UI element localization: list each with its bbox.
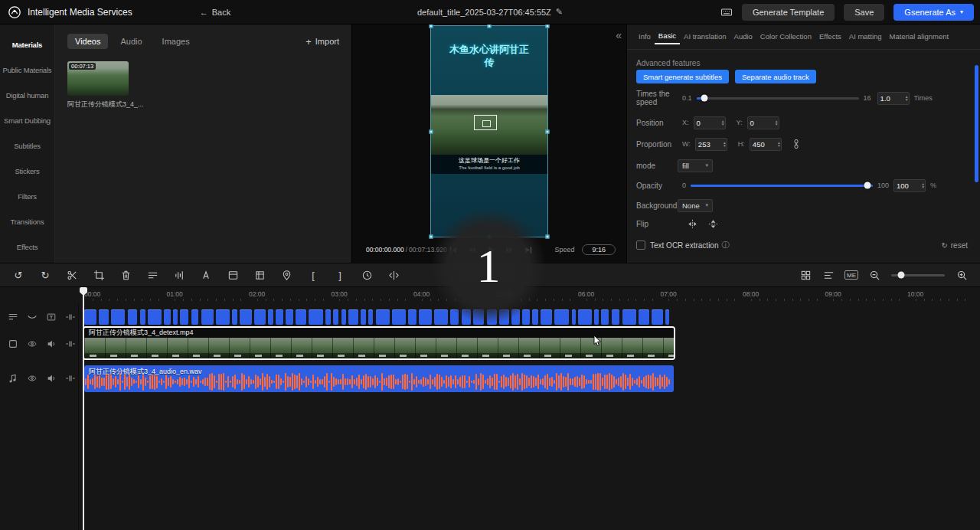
subtitle-segment[interactable]: [191, 309, 199, 325]
flip-horizontal-icon[interactable]: [687, 218, 698, 230]
opacity-value-input[interactable]: 100 ▴▾: [893, 179, 926, 192]
mirror-button[interactable]: [387, 269, 400, 281]
skip-to-end-button[interactable]: [524, 246, 533, 254]
zoom-in-button[interactable]: [956, 269, 968, 281]
position-y-input[interactable]: 0 ▴▾: [747, 116, 779, 129]
subtitle-segment[interactable]: [652, 309, 663, 325]
zoom-out-button[interactable]: [868, 269, 880, 281]
visibility-eye-icon[interactable]: [26, 372, 38, 384]
info-icon[interactable]: ⓘ: [721, 240, 729, 250]
sidebar-item-smart-dubbing[interactable]: Smart Dubbing: [0, 108, 54, 133]
subtitle-segment[interactable]: [216, 309, 230, 325]
subtitle-segment[interactable]: [554, 309, 569, 325]
sidebar-item-public-materials[interactable]: Public Materials: [0, 57, 54, 83]
subtitle-segment[interactable]: [541, 309, 552, 325]
split-scissors-button[interactable]: [66, 269, 78, 281]
resize-handle[interactable]: [546, 129, 550, 133]
position-x-input[interactable]: 0 ▴▾: [694, 116, 726, 129]
collapse-panel-button[interactable]: «: [616, 29, 622, 41]
audio-clip[interactable]: 阿甘正传分镜模式3_4_audio_en.wav: [84, 365, 674, 392]
sidebar-item-digital-human[interactable]: Digital human: [0, 83, 54, 108]
speed-stepper[interactable]: ▴▾: [906, 93, 908, 104]
resize-handle[interactable]: [488, 25, 492, 28]
separate-audio-track-button[interactable]: Separate audio track: [735, 70, 816, 83]
subtitle-segment[interactable]: [578, 309, 592, 325]
width-stepper[interactable]: ▴▾: [724, 139, 726, 150]
properties-tab-color-collection[interactable]: Color Collection: [756, 32, 815, 44]
subtitle-segment[interactable]: [511, 309, 520, 325]
sidebar-item-materials[interactable]: Materials: [0, 32, 54, 57]
video-clip[interactable]: 阿甘正传分镜模式3_4_detext.mp4: [83, 326, 675, 360]
reset-button[interactable]: ↻ reset: [941, 241, 968, 250]
subtitle-segment[interactable]: [148, 309, 162, 325]
subtitle-segment[interactable]: [408, 309, 416, 325]
link-dimensions-icon[interactable]: [791, 139, 802, 149]
subtitle-segment[interactable]: [268, 309, 273, 325]
subtitle-segment[interactable]: [450, 309, 459, 325]
opacity-stepper[interactable]: ▴▾: [922, 180, 924, 191]
subtitle-segment[interactable]: [522, 309, 529, 325]
subtitle-segment[interactable]: [180, 309, 188, 325]
delete-button[interactable]: [119, 269, 132, 281]
subtitle-segment[interactable]: [499, 309, 509, 325]
speaker-icon[interactable]: [45, 372, 57, 384]
subtitle-segment[interactable]: [254, 309, 266, 325]
me-view-button[interactable]: ME: [845, 269, 858, 281]
import-button[interactable]: + Import: [305, 36, 339, 47]
sidebar-item-effects[interactable]: Effects: [0, 234, 54, 260]
subtitle-segment[interactable]: [622, 309, 636, 325]
subtitle-segment[interactable]: [572, 309, 577, 325]
height-stepper[interactable]: ▴▾: [778, 139, 780, 150]
fit-track-icon[interactable]: [64, 372, 77, 384]
subtitle-segment[interactable]: [639, 309, 649, 325]
subtitle-segment[interactable]: [341, 309, 347, 325]
subtitle-segment[interactable]: [348, 309, 358, 325]
subtitle-segment[interactable]: [296, 309, 306, 325]
timeline-ruler[interactable]: 00:0001:0002:0003:0004:0005:0006:0007:00…: [0, 287, 980, 303]
subtitle-segment[interactable]: [376, 309, 390, 325]
video-track-icon[interactable]: [7, 338, 19, 350]
resize-handle[interactable]: [430, 235, 433, 239]
sidebar-item-subtitles[interactable]: Subtitles: [0, 133, 54, 159]
undo-button[interactable]: ↺: [12, 269, 24, 281]
sidebar-item-filters[interactable]: Filters: [0, 184, 54, 209]
subtitle-segment[interactable]: [173, 309, 178, 325]
curve-easing-icon[interactable]: [26, 311, 38, 323]
panel-scrollbar[interactable]: [975, 65, 978, 182]
mode-select[interactable]: fill ▾: [678, 159, 713, 172]
subtitle-track-icon[interactable]: [7, 311, 19, 323]
marker-pin-button[interactable]: [280, 269, 292, 281]
subtitle-segment[interactable]: [128, 309, 138, 325]
resize-handle[interactable]: [546, 25, 550, 28]
subtitle-segment[interactable]: [601, 309, 609, 325]
resize-handle[interactable]: [430, 129, 433, 133]
subtitle-segment[interactable]: [111, 309, 125, 325]
audio-wave-button[interactable]: [173, 269, 185, 281]
skip-to-start-button[interactable]: [449, 246, 458, 254]
rewind-button[interactable]: [468, 246, 477, 254]
background-select[interactable]: None ▾: [678, 199, 713, 212]
resize-handle[interactable]: [546, 235, 550, 239]
subtitle-segment[interactable]: [434, 309, 448, 325]
subtitle-segment[interactable]: [232, 309, 237, 325]
text-box-icon[interactable]: [45, 311, 57, 323]
aspect-ratio-button[interactable]: 9:16: [582, 244, 616, 255]
materials-tab-videos[interactable]: Videos: [67, 34, 108, 49]
subtitle-segment[interactable]: [84, 309, 96, 325]
subtitle-segment[interactable]: [276, 309, 283, 325]
width-input[interactable]: 253 ▴▾: [695, 138, 727, 151]
subtitle-segment[interactable]: [392, 309, 406, 325]
smart-generate-subtitles-button[interactable]: Smart generate subtitles: [636, 70, 729, 83]
properties-tab-material-alignment[interactable]: Material alignment: [886, 32, 953, 44]
preview-canvas[interactable]: 木鱼水心讲阿甘正传 这足球场是一个好工作 The football field …: [430, 25, 548, 237]
zoom-slider-handle[interactable]: [897, 272, 904, 279]
edit-title-icon[interactable]: ✎: [556, 7, 563, 17]
properties-tab-info[interactable]: Info: [635, 32, 655, 44]
redo-button[interactable]: ↻: [39, 269, 51, 281]
subtitle-segment[interactable]: [140, 309, 145, 325]
subtitle-segment[interactable]: [201, 309, 214, 325]
generate-as-button[interactable]: Gsenerate As ▾: [893, 4, 974, 21]
subtitle-segment[interactable]: [325, 309, 331, 325]
speed-value-input[interactable]: 1.0 ▴▾: [877, 92, 910, 105]
properties-tab-ai-translation[interactable]: AI translation: [680, 32, 730, 44]
